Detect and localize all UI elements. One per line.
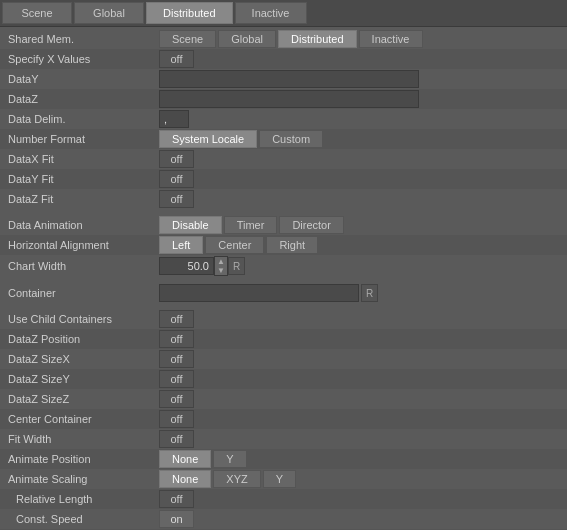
row-horizontal-alignment: Horizontal Alignment Left Center Right [0, 235, 567, 255]
toggle-dataz-sizex[interactable]: off [159, 350, 194, 368]
seg-inactive[interactable]: Inactive [359, 30, 423, 48]
row-relative-length: Relative Length off [0, 489, 567, 509]
seg-anim-scale-y[interactable]: Y [263, 470, 296, 488]
row-dataz-sizex: DataZ SizeX off [0, 349, 567, 369]
toggle-dataz-fit[interactable]: off [159, 190, 194, 208]
toggle-specify-x[interactable]: off [159, 50, 194, 68]
seg-center[interactable]: Center [205, 236, 264, 254]
reset-container[interactable]: R [361, 284, 378, 302]
seg-anim-scale-none[interactable]: None [159, 470, 211, 488]
seg-anim-scale-xyz[interactable]: XYZ [213, 470, 260, 488]
seg-director[interactable]: Director [279, 216, 344, 234]
label-dataz-fit: DataZ Fit [4, 193, 159, 205]
label-horizontal-alignment: Horizontal Alignment [4, 239, 159, 251]
label-datay: DataY [4, 73, 159, 85]
toggle-dataz-sizey[interactable]: off [159, 370, 194, 388]
label-number-format: Number Format [4, 133, 159, 145]
input-data-delim[interactable] [159, 110, 189, 128]
row-datax-fit: DataX Fit off [0, 149, 567, 169]
toggle-const-speed[interactable]: on [159, 510, 194, 528]
row-animate-position: Animate Position None Y [0, 449, 567, 469]
content: Shared Mem. Scene Global Distributed Ina… [0, 27, 567, 530]
controls-shared-mem: Scene Global Distributed Inactive [159, 30, 563, 48]
label-animate-scaling: Animate Scaling [4, 473, 159, 485]
label-container: Container [4, 287, 159, 299]
row-const-speed: Const. Speed on [0, 509, 567, 529]
row-chart-width: Chart Width ▲ ▼ R [0, 255, 567, 277]
spin-up-chart-width[interactable]: ▲ [215, 257, 227, 266]
toggle-relative-length[interactable]: off [159, 490, 194, 508]
label-specify-x: Specify X Values [4, 53, 159, 65]
row-dataz: DataZ [0, 89, 567, 109]
row-dataz-sizez: DataZ SizeZ off [0, 389, 567, 409]
label-fit-width: Fit Width [4, 433, 159, 445]
tab-scene[interactable]: Scene [2, 2, 72, 24]
toggle-dataz-position[interactable]: off [159, 330, 194, 348]
input-chart-width[interactable] [159, 257, 214, 275]
label-datax-fit: DataX Fit [4, 153, 159, 165]
row-datay: DataY [0, 69, 567, 89]
label-animate-position: Animate Position [4, 453, 159, 465]
toggle-use-child-containers[interactable]: off [159, 310, 194, 328]
seg-anim-pos-y[interactable]: Y [213, 450, 246, 468]
label-dataz-sizey: DataZ SizeY [4, 373, 159, 385]
row-dataz-fit: DataZ Fit off [0, 189, 567, 209]
row-fit-width: Fit Width off [0, 429, 567, 449]
tab-inactive[interactable]: Inactive [235, 2, 307, 24]
seg-timer[interactable]: Timer [224, 216, 278, 234]
label-center-container: Center Container [4, 413, 159, 425]
toggle-datay-fit[interactable]: off [159, 170, 194, 188]
tab-distributed[interactable]: Distributed [146, 2, 233, 24]
label-dataz-sizez: DataZ SizeZ [4, 393, 159, 405]
label-data-animation: Data Animation [4, 219, 159, 231]
row-use-child-containers: Use Child Containers off [0, 309, 567, 329]
seg-scene[interactable]: Scene [159, 30, 216, 48]
label-dataz-sizex: DataZ SizeX [4, 353, 159, 365]
label-shared-mem: Shared Mem. [4, 33, 159, 45]
label-data-delim: Data Delim. [4, 113, 159, 125]
reset-chart-width[interactable]: R [228, 257, 245, 275]
label-relative-length: Relative Length [4, 493, 159, 505]
label-use-child-containers: Use Child Containers [4, 313, 159, 325]
toggle-datax-fit[interactable]: off [159, 150, 194, 168]
row-container: Container R [0, 283, 567, 303]
seg-global[interactable]: Global [218, 30, 276, 48]
seg-left[interactable]: Left [159, 236, 203, 254]
row-data-delim: Data Delim. [0, 109, 567, 129]
seg-distributed[interactable]: Distributed [278, 30, 357, 48]
seg-right[interactable]: Right [266, 236, 318, 254]
row-dataz-sizey: DataZ SizeY off [0, 369, 567, 389]
row-shared-mem: Shared Mem. Scene Global Distributed Ina… [0, 29, 567, 49]
row-number-format: Number Format System Locale Custom [0, 129, 567, 149]
input-container[interactable] [159, 284, 359, 302]
seg-anim-pos-none[interactable]: None [159, 450, 211, 468]
top-bar: Scene Global Distributed Inactive [0, 0, 567, 27]
seg-disable[interactable]: Disable [159, 216, 222, 234]
toggle-fit-width[interactable]: off [159, 430, 194, 448]
label-chart-width: Chart Width [4, 260, 159, 272]
label-const-speed: Const. Speed [4, 513, 159, 525]
row-center-container: Center Container off [0, 409, 567, 429]
seg-custom[interactable]: Custom [259, 130, 323, 148]
label-dataz-position: DataZ Position [4, 333, 159, 345]
row-datay-fit: DataY Fit off [0, 169, 567, 189]
spin-down-chart-width[interactable]: ▼ [215, 266, 227, 275]
row-data-animation: Data Animation Disable Timer Director [0, 215, 567, 235]
row-dataz-position: DataZ Position off [0, 329, 567, 349]
input-datay[interactable] [159, 70, 419, 88]
toggle-dataz-sizez[interactable]: off [159, 390, 194, 408]
label-dataz: DataZ [4, 93, 159, 105]
row-animate-scaling: Animate Scaling None XYZ Y [0, 469, 567, 489]
row-specify-x: Specify X Values off [0, 49, 567, 69]
tab-global[interactable]: Global [74, 2, 144, 24]
input-dataz[interactable] [159, 90, 419, 108]
seg-system-locale[interactable]: System Locale [159, 130, 257, 148]
toggle-center-container[interactable]: off [159, 410, 194, 428]
label-datay-fit: DataY Fit [4, 173, 159, 185]
